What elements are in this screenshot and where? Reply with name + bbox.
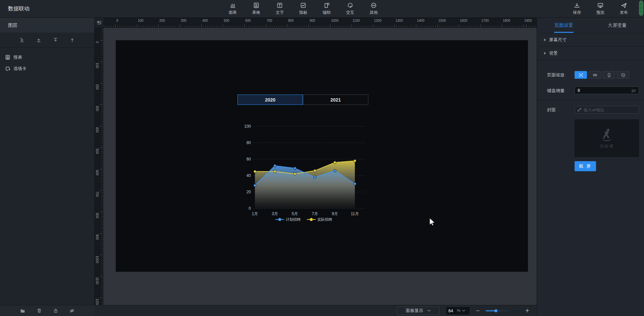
preview-icon [597, 2, 604, 9]
more-icon [370, 2, 377, 9]
publish-button[interactable]: 发布 [617, 2, 631, 15]
svg-text:计划招聘: 计划招聘 [286, 217, 301, 222]
toolbar-item-table[interactable]: 表格 [249, 2, 264, 15]
layers-header: 图层 [0, 18, 94, 33]
tab-screen-variables[interactable]: 大屏变量 [591, 18, 644, 33]
send-to-back-button[interactable] [18, 36, 26, 44]
recruitment-area-chart[interactable]: 0204060801001月3月5月7月9月11月计划招聘实际招聘 [231, 119, 372, 223]
guides-toggle-button[interactable] [95, 18, 104, 28]
table-icon [253, 2, 260, 9]
ruler-number: 500 [95, 148, 99, 154]
tab-page-settings[interactable]: 页面设置 [537, 18, 591, 33]
svg-text:5月: 5月 [292, 211, 298, 216]
svg-text:实际招聘: 实际招聘 [317, 217, 332, 222]
ruler-number: 700 [267, 19, 272, 22]
interaction-icon [347, 2, 354, 9]
zoom-level-select[interactable]: 64 % [446, 307, 470, 315]
topbar: 数据联动 图表 表格 文字 指标 辅助 [0, 0, 644, 18]
svg-text:20: 20 [247, 190, 251, 194]
page-title: 数据联动 [8, 5, 30, 12]
panel-display-dropdown[interactable]: 面板显示 [397, 307, 440, 315]
toolbar-item-text[interactable]: 文字 [272, 2, 287, 15]
watermark-logo-icon [600, 127, 613, 142]
ruler-number: 700 [95, 191, 99, 197]
auxiliary-icon [323, 2, 330, 9]
recording-indicator [639, 1, 643, 16]
ruler-number: 1100 [353, 19, 360, 22]
toolbar-item-indicator[interactable]: 指标 [296, 2, 311, 15]
ruler-number: 900 [310, 19, 315, 22]
zoom-out-button[interactable]: − [476, 307, 480, 314]
svg-text:40: 40 [247, 173, 251, 178]
bring-to-front-button[interactable] [69, 36, 76, 44]
ruler-number: 400 [202, 19, 208, 22]
divider [537, 100, 644, 100]
svg-text:0: 0 [249, 206, 251, 211]
horizontal-ruler[interactable]: 0100200300400500600700800900100011001200… [104, 18, 537, 28]
ruler-number: 1000 [95, 256, 99, 263]
keyboard-increment-input[interactable] [578, 88, 632, 93]
zoom-none-button[interactable] [617, 71, 629, 79]
cover-url-input[interactable] [584, 108, 636, 112]
settings-panel-tabs: 页面设置 大屏变量 [537, 18, 644, 33]
lock-button[interactable] [52, 307, 59, 314]
canvas-bottom-bar: 面板显示 64 % − + [95, 305, 537, 316]
bar-chart-icon [229, 2, 236, 9]
screenshot-button[interactable]: 截 屏 [575, 161, 596, 171]
indicator-icon [300, 2, 307, 9]
publish-icon [621, 2, 627, 9]
delete-button[interactable] [36, 307, 43, 314]
zoom-slider-thumb[interactable] [494, 309, 497, 312]
ruler-number: 1900 [524, 19, 532, 22]
svg-text:80: 80 [247, 140, 251, 145]
group-folder-button[interactable] [19, 307, 26, 314]
section-background[interactable]: 背景 [537, 47, 644, 60]
ruler-number: 0 [95, 41, 99, 43]
section-screen-size[interactable]: 屏幕尺寸 [537, 33, 644, 47]
keyboard-increment-field: px [575, 86, 639, 94]
toolbar-item-more[interactable]: 其他 [366, 2, 381, 15]
ruler-number: 300 [95, 106, 99, 111]
workspace: 0100200300400500600700800900100011001200… [95, 18, 537, 316]
svg-text:9月: 9月 [332, 211, 338, 216]
app-root: 数据联动 图表 表格 文字 指标 辅助 [0, 0, 644, 316]
ruler-number: 1000 [331, 19, 338, 22]
cover-preview-image: 乐创者 [575, 119, 639, 157]
ruler-number: 200 [159, 19, 165, 22]
report-icon [5, 55, 10, 60]
svg-text:3月: 3月 [272, 211, 278, 216]
ruler-number: 800 [288, 19, 294, 22]
tab-2021[interactable]: 2021 [303, 94, 368, 105]
layer-list: 报表 选项卡 [0, 48, 94, 74]
zoom-in-button[interactable]: + [525, 307, 529, 314]
toolbar-item-chart[interactable]: 图表 [225, 2, 240, 15]
zoom-slider[interactable] [486, 308, 519, 313]
ruler-number: 0 [116, 19, 118, 22]
svg-text:7月: 7月 [312, 211, 318, 216]
bring-forward-button[interactable] [35, 36, 43, 44]
svg-text:100: 100 [244, 124, 251, 129]
vertical-ruler[interactable]: 0100200300400500600700800900100011001200 [95, 28, 103, 316]
send-backward-button[interactable] [52, 36, 59, 44]
toolbar-item-auxiliary[interactable]: 辅助 [319, 2, 334, 15]
save-button[interactable]: 保存 [570, 2, 584, 15]
zoom-fit-width-button[interactable] [589, 71, 601, 79]
sidebar-footer [0, 305, 95, 316]
year-tab-widget: 2020 2021 [237, 94, 368, 105]
component-toolbar: 图表 表格 文字 指标 辅助 交互 [225, 2, 381, 15]
page-zoom-options [575, 71, 629, 79]
save-icon [574, 2, 580, 9]
layer-item-tabs[interactable]: 选项卡 [0, 63, 94, 74]
design-canvas[interactable]: 2020 2021 0204060801001月3月5月7月9月11月计划招聘实… [116, 40, 528, 272]
zoom-fit-height-button[interactable] [603, 71, 615, 79]
keyboard-increment-label: 键盘增量 [547, 88, 565, 94]
toolbar-item-interaction[interactable]: 交互 [343, 2, 358, 15]
tab-2020[interactable]: 2020 [237, 94, 303, 105]
ruler-number: 1700 [481, 19, 489, 22]
ruler-number: 1800 [503, 19, 510, 22]
svg-text:1月: 1月 [252, 211, 258, 216]
preview-button[interactable]: 预览 [594, 2, 607, 15]
layer-item-report[interactable]: 报表 [0, 52, 94, 63]
zoom-fit-screen-button[interactable] [575, 71, 587, 79]
hide-eye-off-button[interactable] [69, 307, 75, 314]
